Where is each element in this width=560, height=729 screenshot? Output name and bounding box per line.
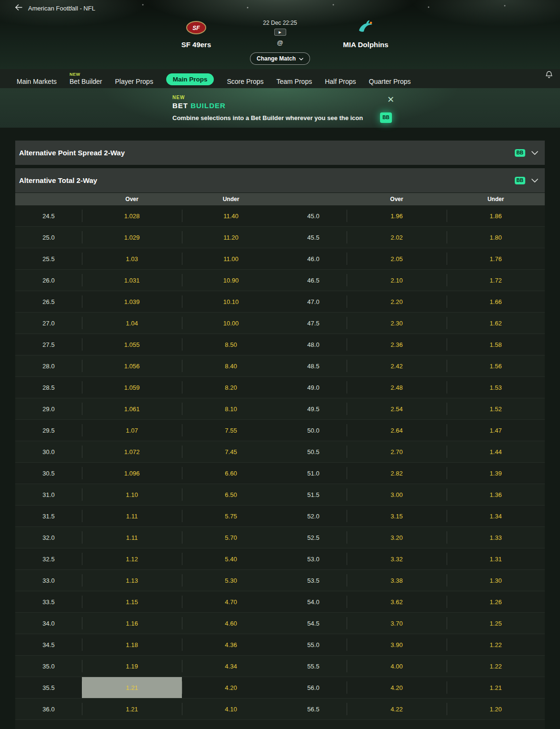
- under-odds-left[interactable]: 8.20: [182, 377, 280, 398]
- over-odds-left[interactable]: 1.10: [82, 484, 182, 505]
- under-odds-left[interactable]: 4.20: [182, 677, 280, 698]
- over-odds-left[interactable]: 1.029: [82, 227, 182, 248]
- under-odds-left[interactable]: 8.50: [182, 334, 280, 355]
- under-odds-right[interactable]: 1.72: [447, 270, 545, 291]
- under-odds-left[interactable]: 7.45: [182, 441, 280, 462]
- over-odds-right[interactable]: 2.64: [347, 420, 447, 441]
- chevron-down-icon[interactable]: [531, 179, 538, 182]
- over-odds-right[interactable]: 2.20: [347, 291, 447, 312]
- over-odds-left[interactable]: 1.11: [82, 527, 182, 548]
- under-odds-left[interactable]: 10.90: [182, 270, 280, 291]
- over-odds-left[interactable]: 1.03: [82, 248, 182, 269]
- over-odds-right[interactable]: 3.15: [347, 506, 447, 526]
- under-odds-right[interactable]: 1.86: [447, 205, 545, 226]
- over-odds-left[interactable]: 1.16: [82, 613, 182, 634]
- close-icon[interactable]: ✕: [387, 95, 394, 104]
- over-odds-right[interactable]: 3.20: [347, 527, 447, 548]
- under-odds-left[interactable]: 8.40: [182, 355, 280, 376]
- under-odds-left[interactable]: 8.10: [182, 398, 280, 419]
- under-odds-right[interactable]: 1.58: [447, 334, 545, 355]
- over-odds-left[interactable]: 1.12: [82, 548, 182, 569]
- under-odds-left[interactable]: 7.55: [182, 420, 280, 441]
- over-odds-right[interactable]: 3.38: [347, 570, 447, 591]
- over-odds-right[interactable]: 4.20: [347, 677, 447, 698]
- market-tab[interactable]: Player Props: [115, 72, 153, 85]
- over-odds-left[interactable]: 1.15: [82, 591, 182, 612]
- over-odds-right[interactable]: 2.54: [347, 398, 447, 419]
- under-odds-left[interactable]: 11.40: [182, 205, 280, 226]
- under-odds-left[interactable]: 10.10: [182, 291, 280, 312]
- over-odds-left[interactable]: 1.059: [82, 377, 182, 398]
- under-odds-right[interactable]: 1.30: [447, 570, 545, 591]
- under-odds-right[interactable]: 1.26: [447, 591, 545, 612]
- over-odds-left[interactable]: 1.04: [82, 313, 182, 334]
- section-total-header[interactable]: Alternative Total 2-Way BB: [15, 168, 545, 192]
- under-odds-left[interactable]: 4.60: [182, 613, 280, 634]
- under-odds-right[interactable]: 1.21: [447, 677, 545, 698]
- under-odds-right[interactable]: 1.22: [447, 656, 545, 677]
- over-odds-right[interactable]: 3.70: [347, 613, 447, 634]
- under-odds-left[interactable]: 10.00: [182, 313, 280, 334]
- over-odds-left[interactable]: 1.096: [82, 463, 182, 484]
- under-odds-right[interactable]: 1.33: [447, 527, 545, 548]
- under-odds-left[interactable]: 4.70: [182, 591, 280, 612]
- market-tab[interactable]: Main Markets: [17, 72, 57, 85]
- over-odds-left[interactable]: 1.21: [82, 677, 182, 698]
- over-odds-left[interactable]: 1.19: [82, 656, 182, 677]
- over-odds-left[interactable]: 1.13: [82, 570, 182, 591]
- over-odds-right[interactable]: 2.70: [347, 441, 447, 462]
- over-odds-right[interactable]: 2.02: [347, 227, 447, 248]
- under-odds-right[interactable]: 1.62: [447, 313, 545, 334]
- under-odds-left[interactable]: 11.00: [182, 248, 280, 269]
- over-odds-right[interactable]: 2.10: [347, 270, 447, 291]
- under-odds-left[interactable]: 4.10: [182, 699, 280, 719]
- over-odds-left[interactable]: 1.18: [82, 634, 182, 655]
- market-tab[interactable]: Half Props: [325, 72, 356, 85]
- market-tab[interactable]: NEW Bet Builder: [70, 72, 102, 85]
- under-odds-right[interactable]: 1.52: [447, 398, 545, 419]
- over-odds-right[interactable]: 4.00: [347, 656, 447, 677]
- under-odds-right[interactable]: 1.25: [447, 613, 545, 634]
- chevron-down-icon[interactable]: [531, 151, 538, 155]
- under-odds-left[interactable]: 4.36: [182, 634, 280, 655]
- over-odds-right[interactable]: 3.90: [347, 634, 447, 655]
- over-odds-right[interactable]: 2.42: [347, 355, 447, 376]
- under-odds-right[interactable]: 1.20: [447, 699, 545, 719]
- under-odds-left[interactable]: 5.30: [182, 570, 280, 591]
- over-odds-right[interactable]: 3.32: [347, 548, 447, 569]
- under-odds-left[interactable]: 11.20: [182, 227, 280, 248]
- under-odds-right[interactable]: 1.47: [447, 420, 545, 441]
- over-odds-left[interactable]: 1.061: [82, 398, 182, 419]
- under-odds-right[interactable]: 1.80: [447, 227, 545, 248]
- under-odds-left[interactable]: 6.60: [182, 463, 280, 484]
- over-odds-right[interactable]: 3.62: [347, 591, 447, 612]
- over-odds-right[interactable]: 2.30: [347, 313, 447, 334]
- under-odds-right[interactable]: 1.53: [447, 377, 545, 398]
- under-odds-left[interactable]: 4.34: [182, 656, 280, 677]
- under-odds-right[interactable]: 1.56: [447, 355, 545, 376]
- back-button[interactable]: American Football - NFL: [15, 4, 95, 12]
- over-odds-right[interactable]: 1.96: [347, 205, 447, 226]
- under-odds-right[interactable]: 1.76: [447, 248, 545, 269]
- under-odds-left[interactable]: 5.75: [182, 506, 280, 526]
- notifications-bell-icon[interactable]: [545, 70, 553, 79]
- over-odds-right[interactable]: 2.05: [347, 248, 447, 269]
- over-odds-left[interactable]: 1.21: [82, 699, 182, 719]
- under-odds-left[interactable]: 5.70: [182, 527, 280, 548]
- over-odds-left[interactable]: 1.07: [82, 420, 182, 441]
- under-odds-right[interactable]: 1.39: [447, 463, 545, 484]
- change-match-button[interactable]: Change Match: [250, 52, 310, 65]
- market-tab[interactable]: Quarter Props: [369, 72, 411, 85]
- over-odds-right[interactable]: 2.36: [347, 334, 447, 355]
- under-odds-right[interactable]: 1.66: [447, 291, 545, 312]
- over-odds-left[interactable]: 1.028: [82, 205, 182, 226]
- market-tab[interactable]: Team Props: [276, 72, 312, 85]
- over-odds-right[interactable]: 2.82: [347, 463, 447, 484]
- over-odds-left[interactable]: 1.11: [82, 506, 182, 526]
- over-odds-right[interactable]: 3.00: [347, 484, 447, 505]
- over-odds-right[interactable]: 4.22: [347, 699, 447, 719]
- over-odds-left[interactable]: 1.072: [82, 441, 182, 462]
- under-odds-right[interactable]: 1.44: [447, 441, 545, 462]
- under-odds-right[interactable]: 1.31: [447, 548, 545, 569]
- under-odds-right[interactable]: 1.34: [447, 506, 545, 526]
